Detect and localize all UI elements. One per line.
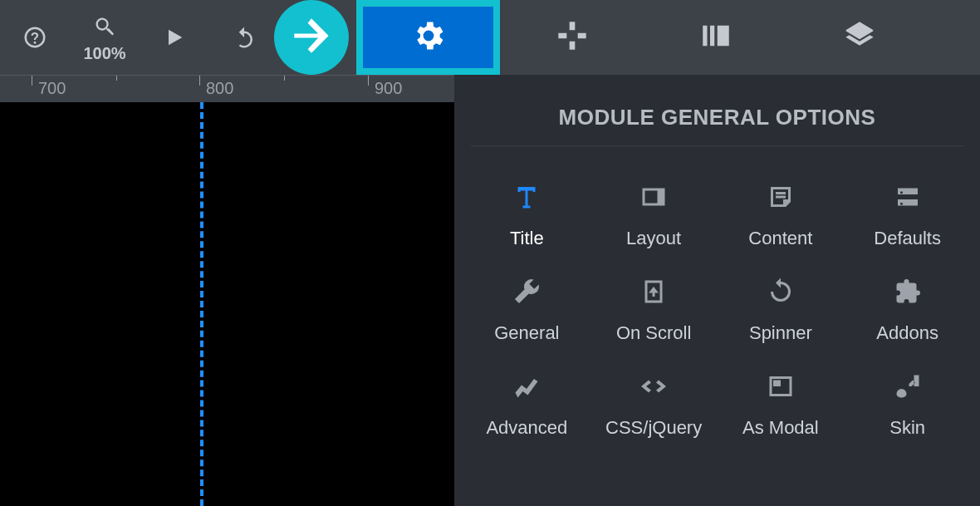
option-advanced[interactable]: Advanced — [466, 361, 588, 445]
option-spinner[interactable]: Spinner — [720, 266, 842, 351]
options-panel: MODULE GENERAL OPTIONS TitleLayoutConten… — [454, 75, 980, 506]
forward-highlight-button[interactable] — [274, 0, 349, 75]
tab-navigation[interactable] — [500, 0, 644, 75]
option-on-scroll[interactable]: On Scroll — [593, 266, 715, 351]
play-button[interactable] — [140, 0, 209, 75]
layers-icon — [843, 19, 876, 56]
dpad-icon — [556, 19, 589, 56]
tab-settings[interactable] — [356, 0, 500, 75]
editor-canvas[interactable] — [0, 102, 454, 506]
gear-icon — [410, 17, 447, 57]
zoom-button[interactable]: 100% — [70, 0, 140, 75]
panel-title: MODULE GENERAL OPTIONS — [463, 75, 972, 145]
magnifier-icon — [91, 12, 119, 41]
option-label: General — [494, 322, 559, 344]
option-label: Layout — [626, 228, 681, 249]
option-label: Defaults — [874, 228, 941, 249]
option-as-modal[interactable]: As Modal — [720, 361, 842, 445]
option-label: Content — [748, 228, 812, 249]
modal-icon — [762, 367, 800, 405]
ruler-tick-label: 900 — [375, 79, 402, 98]
help-icon — [21, 23, 49, 52]
ruler-tick-label: 700 — [38, 79, 66, 98]
arrow-right-icon — [286, 10, 337, 65]
undo-icon — [230, 23, 258, 52]
tab-media[interactable] — [644, 0, 787, 75]
brush-icon — [889, 367, 927, 405]
undo-button[interactable] — [209, 0, 279, 75]
chart-icon — [507, 367, 546, 405]
media-icon — [698, 18, 733, 56]
option-general[interactable]: General — [466, 266, 588, 351]
content-icon — [762, 178, 800, 216]
option-title[interactable]: Title — [466, 171, 588, 256]
puzzle-icon — [889, 273, 927, 311]
horizontal-ruler: 700 800 900 — [0, 75, 454, 102]
ruler-tick-label: 800 — [206, 79, 233, 98]
option-label: CSS/jQuery — [605, 417, 702, 439]
option-content[interactable]: Content — [720, 171, 842, 256]
spinner-icon — [762, 273, 800, 311]
code-icon — [635, 367, 673, 405]
option-label: Title — [510, 228, 544, 249]
option-label: On Scroll — [616, 322, 691, 344]
option-layout[interactable]: Layout — [593, 171, 715, 256]
option-defaults[interactable]: Defaults — [846, 171, 968, 256]
top-toolbar: 100% — [0, 0, 980, 75]
play-icon — [160, 23, 189, 52]
text-icon — [507, 178, 546, 216]
option-css-jquery[interactable]: CSS/jQuery — [593, 361, 715, 445]
wrench-icon — [507, 273, 546, 311]
tab-layers[interactable] — [787, 0, 931, 75]
vertical-guide[interactable] — [200, 102, 203, 506]
option-label: Spinner — [749, 322, 812, 344]
option-label: Addons — [876, 322, 938, 344]
download-icon — [635, 273, 673, 311]
option-label: Skin — [889, 417, 925, 439]
option-label: As Modal — [742, 417, 819, 439]
zoom-label: 100% — [83, 44, 125, 63]
layout-icon — [635, 178, 673, 216]
option-skin[interactable]: Skin — [846, 361, 968, 445]
defaults-icon — [889, 178, 927, 216]
option-addons[interactable]: Addons — [846, 266, 968, 351]
option-label: Advanced — [486, 417, 567, 439]
toolbar-tabs — [356, 0, 931, 75]
help-button[interactable] — [0, 0, 70, 75]
